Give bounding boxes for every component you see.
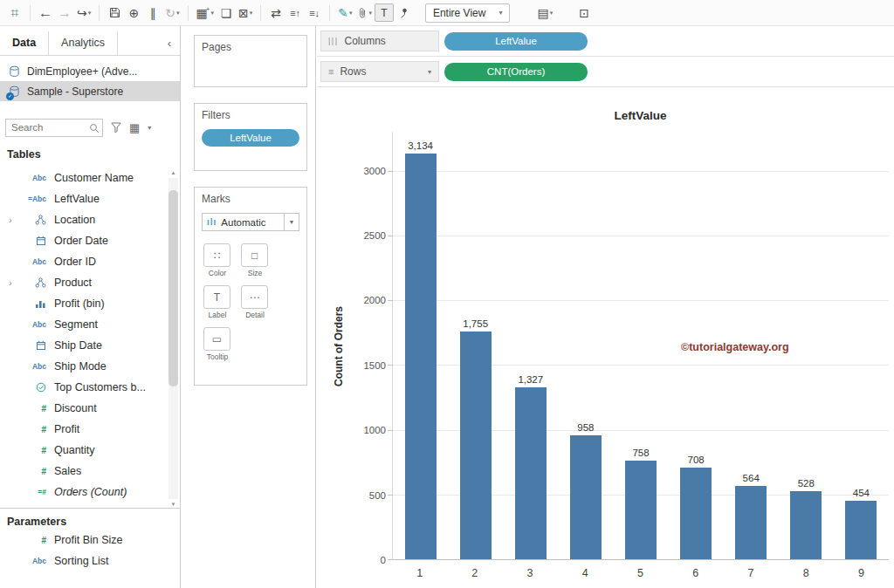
- mark-color-button[interactable]: ∷: [203, 243, 230, 267]
- scrollbar-track[interactable]: [168, 178, 178, 499]
- filters-card[interactable]: Filters LeftValue: [194, 103, 307, 171]
- filter-fields-icon[interactable]: [111, 122, 121, 133]
- rows-shelf-pills[interactable]: CNT(Orders): [444, 63, 588, 81]
- pause-updates-button[interactable]: ∥: [143, 3, 162, 24]
- abc-field-icon: Abc: [18, 257, 46, 266]
- tab-data[interactable]: Data: [0, 31, 49, 55]
- mark-label-button[interactable]: T: [203, 285, 230, 309]
- bar[interactable]: [515, 387, 547, 559]
- field-item[interactable]: AbcShip Mode: [0, 356, 168, 377]
- bar-value-label: 758: [632, 448, 649, 458]
- tab-analytics[interactable]: Analytics: [49, 31, 118, 55]
- bar[interactable]: [460, 332, 492, 559]
- filters-card-pills: LeftValue: [202, 129, 299, 147]
- sort-descending-button[interactable]: ≡↓: [305, 3, 324, 24]
- field-item[interactable]: #Profit: [0, 419, 168, 440]
- duplicate-sheet-button[interactable]: ❏: [217, 3, 236, 24]
- field-item[interactable]: #Quantity: [0, 440, 168, 461]
- search-input[interactable]: [6, 120, 102, 136]
- mark-detail-button[interactable]: ⋯: [241, 285, 268, 309]
- pill-cnt-orders-[interactable]: CNT(Orders): [444, 63, 588, 81]
- field-item[interactable]: =#Orders (Count): [0, 482, 168, 503]
- mark-type-caret-icon[interactable]: ▾: [285, 213, 299, 231]
- collapse-pane-icon[interactable]: ‹: [159, 31, 180, 55]
- field-item[interactable]: AbcCustomer Name: [0, 168, 168, 188]
- new-datasource-button[interactable]: ⊕: [124, 3, 143, 24]
- run-update-button[interactable]: ↻▾: [162, 3, 182, 24]
- highlight-button[interactable]: ✎▾: [335, 3, 354, 24]
- field-item[interactable]: Order Date: [0, 230, 168, 251]
- mark-size-button[interactable]: □: [241, 243, 268, 267]
- marks-card[interactable]: Marks ılı Automatic ▾ ∷Color□SizeTLabel⋯…: [194, 187, 307, 386]
- forward-button[interactable]: →: [55, 3, 74, 24]
- fix-axes-pin-icon[interactable]: [394, 3, 413, 24]
- clear-sheet-button[interactable]: ⊠▾: [236, 3, 255, 24]
- bar[interactable]: [680, 468, 712, 559]
- bar-slot: 3,134: [393, 132, 448, 559]
- database-icon: ✓: [9, 85, 21, 98]
- fields-scrollbar[interactable]: ▲ ▼: [168, 168, 179, 509]
- scrollbar-thumb[interactable]: [168, 190, 178, 386]
- pane-options-caret-icon[interactable]: ▾: [148, 124, 151, 132]
- rows-caret-icon[interactable]: ▾: [428, 68, 431, 76]
- field-item[interactable]: Ship Date: [0, 335, 168, 356]
- date-field-icon: [18, 236, 46, 246]
- bar-value-label: 958: [577, 422, 594, 433]
- fit-selector[interactable]: Entire View ▾: [425, 3, 511, 23]
- datasource-item[interactable]: DimEmployee+ (Adve...: [0, 61, 180, 81]
- show-mark-labels-button[interactable]: T: [375, 3, 394, 22]
- rows-shelf-label[interactable]: ≡ Rows ▾: [320, 61, 439, 82]
- columns-icon: |||: [328, 37, 339, 45]
- columns-shelf-label[interactable]: ||| Columns: [320, 31, 439, 51]
- x-tick-label: 2: [447, 567, 502, 579]
- expand-icon[interactable]: ›: [9, 277, 18, 288]
- scroll-up-icon[interactable]: ▲: [168, 168, 179, 178]
- bar[interactable]: [625, 461, 657, 559]
- field-item[interactable]: AbcSegment: [0, 314, 168, 335]
- y-tick-mark: [388, 559, 393, 560]
- pane-tabs: Data Analytics ‹: [0, 31, 180, 56]
- field-item[interactable]: ›Product: [0, 272, 168, 293]
- abc-field-icon: Abc: [18, 362, 46, 371]
- new-worksheet-button[interactable]: ▦+▾: [194, 3, 217, 24]
- pill-leftvalue[interactable]: LeftValue: [444, 32, 588, 51]
- pill-leftvalue[interactable]: LeftValue: [202, 129, 299, 147]
- view-data-grid-icon[interactable]: ▦: [129, 122, 140, 133]
- field-item[interactable]: Profit (bin): [0, 293, 168, 314]
- mark-type-value: Automatic: [221, 217, 265, 228]
- bar[interactable]: [790, 491, 822, 559]
- show-cards-button[interactable]: ▤▾: [534, 3, 555, 24]
- attach-button[interactable]: ▾: [354, 3, 375, 24]
- worksheet[interactable]: LeftValue Count of Orders 05001000150020…: [317, 88, 894, 588]
- expand-icon[interactable]: ›: [9, 215, 18, 225]
- tableau-logo-icon[interactable]: ⌗: [5, 3, 24, 24]
- field-item[interactable]: ›Location: [0, 209, 168, 230]
- field-item[interactable]: #Profit Bin Size: [0, 530, 180, 550]
- bar[interactable]: [405, 154, 437, 559]
- field-item[interactable]: #Sales: [0, 461, 168, 482]
- mark-tooltip-button[interactable]: ▭: [203, 327, 230, 351]
- plot-area[interactable]: 3,1341,7551,327958758708564528454 ©tutor…: [392, 132, 889, 560]
- mark-type-dropdown[interactable]: ılı Automatic: [202, 213, 285, 231]
- field-item[interactable]: =AbcLeftValue: [0, 188, 168, 209]
- field-item[interactable]: Top Customers b...: [0, 377, 168, 398]
- bar-slot: 958: [558, 132, 613, 559]
- chevron-down-icon: ▾: [499, 9, 502, 17]
- active-check-icon: ✓: [6, 92, 14, 100]
- redo-button[interactable]: ↪▾: [74, 3, 93, 24]
- bar[interactable]: [735, 486, 767, 559]
- presentation-mode-button[interactable]: ⊡: [574, 3, 594, 24]
- bar[interactable]: [570, 435, 602, 559]
- bar[interactable]: [845, 501, 877, 559]
- field-item[interactable]: AbcOrder ID: [0, 251, 168, 272]
- pages-card[interactable]: Pages: [194, 35, 307, 87]
- field-item[interactable]: AbcSorting List: [0, 550, 180, 571]
- datasource-item[interactable]: ✓Sample - Superstore: [0, 81, 180, 101]
- y-tick-mark: [388, 236, 393, 236]
- columns-shelf-pills[interactable]: LeftValue: [444, 32, 588, 51]
- back-button[interactable]: ←: [36, 3, 55, 24]
- save-icon[interactable]: [105, 3, 124, 24]
- swap-axes-button[interactable]: ⇄: [266, 3, 285, 24]
- sort-ascending-button[interactable]: ≡↑: [285, 3, 305, 24]
- field-item[interactable]: #Discount: [0, 398, 168, 419]
